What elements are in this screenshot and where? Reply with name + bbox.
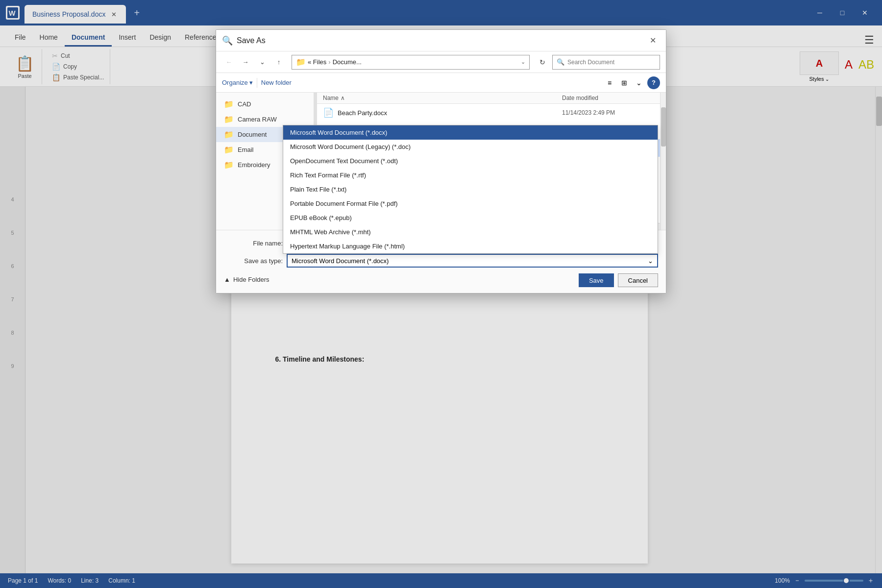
file-date-0: 11/14/2023 2:49 PM: [562, 109, 660, 116]
list-view-btn[interactable]: ≡: [603, 76, 616, 89]
search-icon: 🔍: [557, 58, 564, 66]
search-box: 🔍: [552, 55, 660, 70]
search-input[interactable]: [567, 59, 656, 66]
action-buttons: Save Cancel: [579, 273, 658, 287]
type-option-3[interactable]: Rich Text Format File (*.rtf): [283, 168, 658, 182]
nav-forward-btn[interactable]: →: [239, 55, 252, 69]
folder-icon-cad: 📁: [224, 99, 234, 109]
file-list-header: Name ∧ Date modified: [317, 93, 666, 104]
save-dialog: 🔍 Save As ✕ ← → ⌄ ↑ 📁 « Files › Docume..…: [216, 29, 666, 294]
file-icon-0: 📄: [323, 107, 334, 118]
view-dropdown-btn[interactable]: ⌄: [633, 76, 645, 89]
breadcrumb-sep: ›: [328, 58, 330, 66]
dialog-vert-scrollbar[interactable]: [660, 93, 666, 230]
type-option-6[interactable]: EPUB eBook (*.epub): [283, 211, 658, 225]
dialog-title-icon: 🔍: [222, 35, 233, 46]
folder-icon-embroidery: 📁: [224, 160, 234, 170]
folder-label-embroidery: Embroidery: [238, 161, 270, 169]
dialog-titlebar: 🔍 Save As ✕: [216, 30, 666, 51]
nav-back-btn[interactable]: ←: [222, 55, 236, 69]
file-name-0: Beach Party.docx: [338, 109, 562, 117]
organize-arrow: ▾: [249, 79, 253, 86]
hide-folders-label: Hide Folders: [233, 276, 270, 283]
type-option-5[interactable]: Portable Document Format File (*.pdf): [283, 196, 658, 211]
save-type-chevron: ⌄: [648, 257, 653, 265]
col-date-header[interactable]: Date modified: [562, 95, 660, 101]
folder-label-document: Document: [238, 131, 267, 138]
file-row-0[interactable]: 📄 Beach Party.docx 11/14/2023 2:49 PM: [317, 104, 666, 122]
footer-bottom-row: ▲ Hide Folders Save Cancel: [224, 271, 658, 287]
dialog-vert-thumb[interactable]: [661, 107, 666, 147]
dialog-close-btn[interactable]: ✕: [645, 33, 660, 48]
word-window: W Business Proposal.docx ✕ + ─ □ ✕ File …: [0, 0, 882, 588]
dialog-overlay: 🔍 Save As ✕ ← → ⌄ ↑ 📁 « Files › Docume..…: [0, 0, 882, 588]
breadcrumb-chevron[interactable]: ⌄: [521, 59, 525, 65]
save-type-row: Save as type: Microsoft Word Document (*…: [224, 254, 658, 268]
folder-label-camera: Camera RAW: [238, 116, 277, 123]
folder-icon-camera: 📁: [224, 115, 234, 124]
file-name-label: File name:: [224, 240, 283, 247]
dialog-navbar: ← → ⌄ ↑ 📁 « Files › Docume... ⌄ ↻ 🔍: [216, 51, 666, 73]
type-option-0[interactable]: Microsoft Word Document (*.docx): [283, 125, 658, 140]
view-btns: ≡ ⊞ ⌄ ?: [603, 76, 660, 89]
type-option-1[interactable]: Microsoft Word Document (Legacy) (*.doc): [283, 140, 658, 154]
save-type-dropdown[interactable]: Microsoft Word Document (*.docx) ⌄: [287, 254, 658, 268]
refresh-btn[interactable]: ↻: [536, 55, 549, 69]
folder-icon-document: 📁: [224, 130, 234, 139]
folder-label-email: Email: [238, 146, 254, 153]
breadcrumb-text: « Files: [308, 58, 326, 66]
organize-label: Organize: [222, 79, 248, 86]
type-dropdown-list: Microsoft Word Document (*.docx) Microso…: [283, 125, 658, 254]
triangle-icon: ▲: [224, 276, 230, 283]
dialog-toolbar: Organize ▾ New folder ≡ ⊞ ⌄ ?: [216, 73, 666, 93]
breadcrumb-subdir: Docume...: [333, 58, 362, 66]
dialog-footer: File name: Business Proposal.docx ⌄ Save…: [216, 230, 666, 293]
col-name-header[interactable]: Name ∧: [323, 95, 562, 101]
nav-up-btn[interactable]: ↑: [272, 55, 286, 69]
grid-view-btn[interactable]: ⊞: [618, 76, 631, 89]
new-folder-label: New folder: [261, 79, 292, 86]
save-type-value: Microsoft Word Document (*.docx): [292, 257, 389, 265]
nav-dropdown-btn[interactable]: ⌄: [255, 55, 269, 69]
toolbar-sep: [257, 78, 257, 88]
save-type-label: Save as type:: [224, 257, 283, 265]
type-option-2[interactable]: OpenDocument Text Document (*.odt): [283, 154, 658, 168]
type-option-8[interactable]: Hypertext Markup Language File (*.html): [283, 239, 658, 253]
dialog-title-text: Save As: [237, 36, 645, 45]
save-btn[interactable]: Save: [579, 273, 614, 287]
cancel-btn[interactable]: Cancel: [618, 273, 658, 287]
organize-btn[interactable]: Organize ▾: [222, 79, 253, 86]
breadcrumb-bar[interactable]: 📁 « Files › Docume... ⌄: [292, 55, 530, 70]
help-btn[interactable]: ?: [647, 76, 660, 89]
type-option-4[interactable]: Plain Text File (*.txt): [283, 182, 658, 196]
hide-folders-btn[interactable]: ▲ Hide Folders: [224, 276, 270, 283]
folder-label-cad: CAD: [238, 100, 251, 108]
folder-icon-email: 📁: [224, 145, 234, 154]
type-option-7[interactable]: MHTML Web Archive (*.mht): [283, 225, 658, 239]
sidebar-folder-cad[interactable]: 📁 CAD: [216, 97, 314, 112]
new-folder-btn[interactable]: New folder: [261, 79, 292, 86]
breadcrumb-folder-icon: 📁: [296, 57, 306, 67]
